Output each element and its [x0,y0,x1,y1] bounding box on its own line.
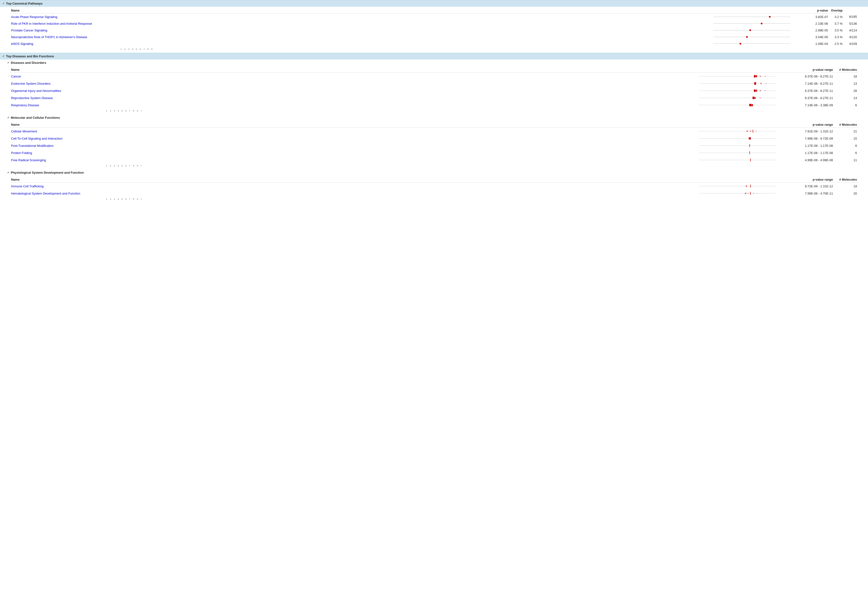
dd-name-cell[interactable]: Endocrine System Disorders [9,80,695,87]
mol-pval-range-cell: 1.17E-08 - 1.17E-08 [786,142,834,149]
table-row: Post-Translational Modification 1.17E-08… [9,142,859,149]
svg-point-1 [769,16,770,18]
mol-name-cell[interactable]: Post-Translational Modification [9,142,695,149]
dd-chart-cell [695,87,786,94]
molecular-header[interactable]: ✓ Molecular and Cellular Functions [0,114,868,121]
top-diseases-title: Top Diseases and Bio Functions [6,54,54,58]
physiological-chevron: ✓ [7,171,9,174]
pathway-name-cell[interactable]: Prostate Cancer Signaling [9,27,710,34]
phy-chart-cell [695,182,786,190]
pathway-pvalue-cell: 3.82E-07 [801,14,829,20]
svg-point-49 [745,193,746,194]
svg-rect-37 [749,137,750,139]
pathway-chart-cell [710,14,801,20]
mol-name-cell[interactable]: Cellular Movement [9,128,695,135]
svg-point-14 [765,76,766,77]
physiological-section: ✓ Physiological System Development and F… [0,169,868,203]
col-overlap: Overlap [829,8,844,14]
dd-chart-cell [695,102,786,109]
top-canonical-header[interactable]: ✓ Top Canonical Pathways [0,0,868,7]
top-canonical-table-container: Name p-value Overlap Acute Phase Respons… [0,7,868,53]
mol-chart-cell [695,149,786,156]
physiological-title: Physiological System Development and Fun… [11,171,84,175]
table-row: Hematological System Development and Fun… [9,190,859,197]
table-row: Cancer 8.37E-08 - 8.27E-11 18 [9,73,859,80]
molecular-table-container: Name p-value range # Molecules Cellular … [0,121,868,169]
dd-axis: 123456789> [9,109,859,112]
mol-header-row: Name p-value range # Molecules [9,122,859,128]
dd-col-nmol: # Molecules [834,67,859,73]
svg-rect-26 [755,97,756,99]
pathway-overlap-pct-cell: 3.7 % [829,20,844,27]
diseases-disorders-table-container: Name p-value range # Molecules Cancer 8.… [0,66,868,114]
mol-pval-range-cell: 7.99E-08 - 9.72E-09 [786,135,834,142]
pathway-overlap-pct-cell: 3.2 % [829,14,844,20]
svg-point-33 [750,131,751,132]
table-row: Prostate Cancer Signaling 2.89E-05 3.5 %… [9,27,859,34]
table-row: Acute Phase Response Signaling 3.82E-07 … [9,14,859,20]
svg-rect-16 [754,82,756,85]
pathway-chart-cell [710,27,801,34]
mol-name-cell[interactable]: Protein Folding [9,149,695,156]
physiological-header[interactable]: ✓ Physiological System Development and F… [0,169,868,176]
canonical-axis-ticks: 123456789 [120,48,155,50]
dd-nmol-cell: 18 [834,73,859,80]
svg-point-52 [753,193,754,194]
mol-col-nmol: # Molecules [834,122,859,128]
col-name: Name [9,8,710,14]
mol-name-cell[interactable]: Free Radical Scavenging [9,156,695,164]
phy-pval-range-cell: 7.99E-08 - 4.70E-11 [786,190,834,197]
table-row: Neuroprotective Role of THOP1 in Alzheim… [9,34,859,40]
top-canonical-header-row: Name p-value Overlap [9,8,859,14]
svg-point-5 [749,29,751,31]
dd-pval-range-cell: 7.14E-08 - 8.27E-11 [786,80,834,87]
dd-name-cell[interactable]: Organismal Injury and Abnormalities [9,87,695,94]
molecular-title: Molecular and Cellular Functions [11,116,60,119]
top-diseases-header[interactable]: ✓ Top Diseases and Bio Functions [0,53,868,59]
svg-rect-25 [753,97,755,99]
pathway-overlap-frac-cell: 6/185 [844,14,859,20]
dd-name-cell[interactable]: Reproductive System Disease [9,94,695,102]
svg-rect-12 [756,75,757,77]
diseases-disorders-table: Name p-value range # Molecules Cancer 8.… [9,67,859,109]
pathway-name-cell[interactable]: Neuroprotective Role of THOP1 in Alzheim… [9,34,710,40]
dd-col-name: Name [9,67,695,73]
svg-rect-30 [752,104,753,106]
svg-point-46 [746,185,747,187]
svg-point-9 [739,43,741,45]
svg-point-27 [760,97,761,98]
dd-name-cell[interactable]: Cancer [9,73,695,80]
table-row: Reproductive System Disease 8.37E-08 - 8… [9,94,859,102]
svg-point-35 [756,131,756,132]
top-canonical-table: Name p-value Overlap Acute Phase Respons… [9,8,859,47]
molecular-table: Name p-value range # Molecules Cellular … [9,122,859,164]
phy-name-cell[interactable]: Immune Cell Trafficking [9,182,695,190]
mol-nmol-cell: 6 [834,149,859,156]
dd-name-cell[interactable]: Respiratory Disease [9,102,695,109]
pathway-pvalue-cell: 1.06E-04 [801,40,829,47]
phy-name-cell[interactable]: Hematological System Development and Fun… [9,190,695,197]
table-row: Organismal Injury and Abnormalities 8.37… [9,87,859,94]
table-row: Role of PKR in Interferon Induction and … [9,20,859,27]
pathway-name-cell[interactable]: Role of PKR in Interferon Induction and … [9,20,710,27]
diseases-disorders-title: Diseases and Disorders [11,61,46,65]
phy-nmol-cell: 19 [834,182,859,190]
table-row: Cell-To-Cell Signaling and Interaction 7… [9,135,859,142]
pathway-name-cell[interactable]: eNOS Signaling [9,40,710,47]
dd-col-pval-range: p-value range [786,67,834,73]
col-pvalue-chart [710,8,801,14]
pathway-pvalue-cell: 2.89E-05 [801,27,829,34]
mol-col-name: Name [9,122,695,128]
diseases-disorders-header[interactable]: ✓ Diseases and Disorders [0,59,868,66]
pathway-overlap-pct-cell: 3.5 % [829,27,844,34]
phy-col-name: Name [9,177,695,182]
svg-rect-21 [756,90,757,92]
mol-name-cell[interactable]: Cell-To-Cell Signaling and Interaction [9,135,695,142]
svg-point-23 [765,90,766,91]
table-row: Free Radical Scavenging 4.99E-08 - 4.99E… [9,156,859,164]
mol-axis-ticks: 123456789> [105,165,144,167]
pathway-name-cell[interactable]: Acute Phase Response Signaling [9,14,710,20]
pathway-chart-cell [710,34,801,40]
svg-point-32 [747,130,748,132]
mol-axis: 123456789> [9,164,859,167]
